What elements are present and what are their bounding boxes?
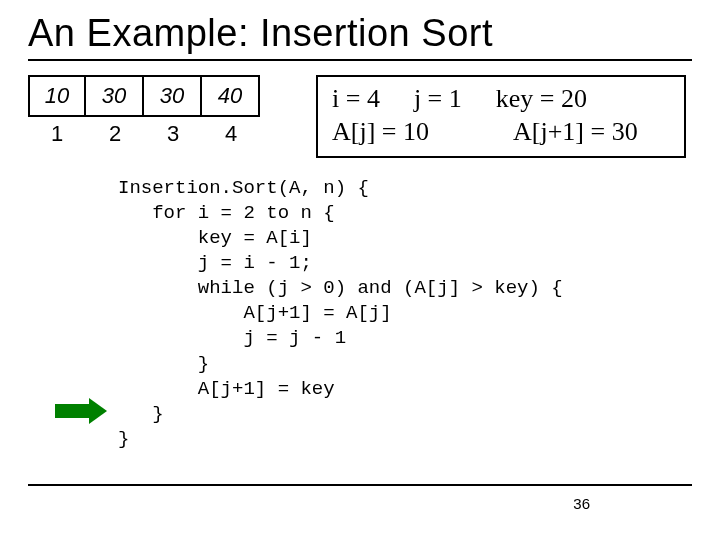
array-cells: 10 30 30 40 — [28, 75, 288, 117]
pointer-arrow-icon — [55, 398, 107, 424]
content-row: 10 30 30 40 1 2 3 4 i = 4 j = 1 key = 20… — [28, 75, 692, 158]
array-cell: 30 — [86, 75, 144, 117]
array-index: 4 — [202, 121, 260, 147]
code-block: Insertion.Sort(A, n) { for i = 2 to n { … — [118, 176, 692, 452]
page-number: 36 — [573, 495, 590, 512]
footer-divider — [28, 484, 692, 486]
array-index: 2 — [86, 121, 144, 147]
state-i: i = 4 — [332, 83, 380, 116]
array-cell: 10 — [28, 75, 86, 117]
state-aj: A[j] = 10 — [332, 116, 429, 149]
array-index: 1 — [28, 121, 86, 147]
array-cell: 40 — [202, 75, 260, 117]
array-indices: 1 2 3 4 — [28, 121, 288, 147]
slide-title: An Example: Insertion Sort — [28, 12, 692, 55]
title-wrap: An Example: Insertion Sort — [28, 12, 692, 61]
array-index: 3 — [144, 121, 202, 147]
array-cell: 30 — [144, 75, 202, 117]
array-block: 10 30 30 40 1 2 3 4 — [28, 75, 288, 147]
state-box: i = 4 j = 1 key = 20 A[j] = 10 A[j+1] = … — [316, 75, 686, 158]
state-j: j = 1 — [414, 83, 462, 116]
state-key: key = 20 — [496, 83, 587, 116]
state-aj1: A[j+1] = 30 — [513, 116, 638, 149]
